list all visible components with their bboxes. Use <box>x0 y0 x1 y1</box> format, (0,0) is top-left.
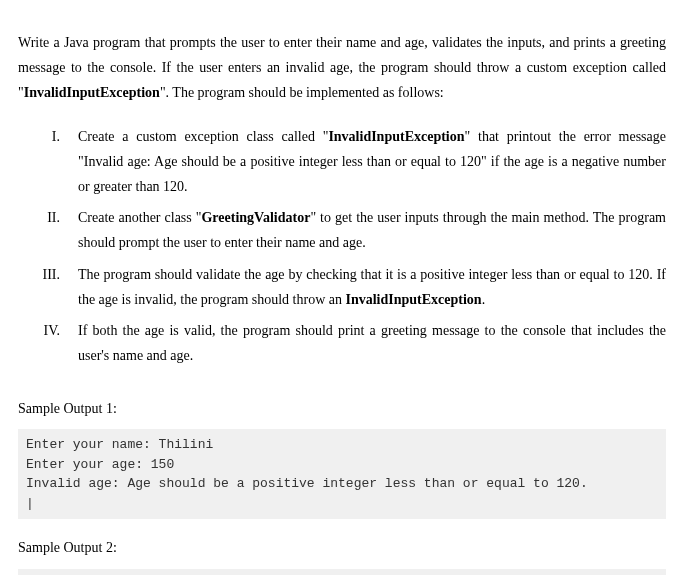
list-item: IV. If both the age is valid, the progra… <box>18 318 666 368</box>
list-marker: II. <box>18 205 78 255</box>
intro-bold-1: InvalidInputException <box>24 85 160 100</box>
item-text-bold: InvalidInputException <box>346 292 482 307</box>
sample-output-1-code: Enter your name: Thilini Enter your age:… <box>18 429 666 519</box>
list-item: II. Create another class "GreetingValida… <box>18 205 666 255</box>
list-content: Create another class "GreetingValidator"… <box>78 205 666 255</box>
item-text-pre: If both the age is valid, the program sh… <box>78 323 666 363</box>
sample-output-2-label: Sample Output 2: <box>18 535 666 560</box>
item-text-bold: GreetingValidator <box>201 210 310 225</box>
requirements-list: I. Create a custom exception class calle… <box>18 124 666 369</box>
list-content: If both the age is valid, the program sh… <box>78 318 666 368</box>
sample-output-2-code: Enter your name: Thilini Enter your age:… <box>18 569 666 575</box>
item-text-pre: Create a custom exception class called " <box>78 129 328 144</box>
list-marker: III. <box>18 262 78 312</box>
list-item: I. Create a custom exception class calle… <box>18 124 666 200</box>
intro-text-2: ". The program should be implemented as … <box>160 85 444 100</box>
item-text-pre: Create another class " <box>78 210 201 225</box>
item-text-bold: InvalidInputException <box>328 129 464 144</box>
list-marker: I. <box>18 124 78 200</box>
item-text-post: . <box>482 292 486 307</box>
list-marker: IV. <box>18 318 78 368</box>
intro-paragraph: Write a Java program that prompts the us… <box>18 30 666 106</box>
list-content: Create a custom exception class called "… <box>78 124 666 200</box>
sample-output-1-label: Sample Output 1: <box>18 396 666 421</box>
list-item: III. The program should validate the age… <box>18 262 666 312</box>
list-content: The program should validate the age by c… <box>78 262 666 312</box>
